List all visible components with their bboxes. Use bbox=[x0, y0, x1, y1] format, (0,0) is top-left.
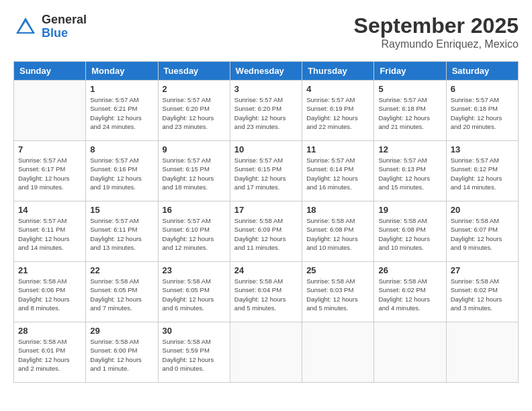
cell-info: Sunrise: 5:58 AM Sunset: 6:05 PM Dayligh… bbox=[90, 277, 153, 312]
calendar-cell: 26Sunrise: 5:58 AM Sunset: 6:02 PM Dayli… bbox=[374, 262, 446, 322]
day-header-thursday: Thursday bbox=[302, 62, 374, 81]
calendar-cell: 5Sunrise: 5:57 AM Sunset: 6:18 PM Daylig… bbox=[374, 81, 446, 141]
cell-info: Sunrise: 5:57 AM Sunset: 6:18 PM Dayligh… bbox=[378, 95, 441, 131]
calendar-cell: 23Sunrise: 5:58 AM Sunset: 6:05 PM Dayli… bbox=[158, 262, 230, 322]
calendar-cell: 6Sunrise: 5:57 AM Sunset: 6:18 PM Daylig… bbox=[446, 81, 518, 141]
calendar-cell: 14Sunrise: 5:57 AM Sunset: 6:11 PM Dayli… bbox=[14, 201, 86, 262]
calendar-cell: 3Sunrise: 5:57 AM Sunset: 6:20 PM Daylig… bbox=[230, 81, 302, 141]
calendar-cell: 7Sunrise: 5:57 AM Sunset: 6:17 PM Daylig… bbox=[14, 141, 86, 201]
day-header-tuesday: Tuesday bbox=[158, 62, 230, 81]
day-number: 11 bbox=[306, 144, 369, 154]
cell-info: Sunrise: 5:58 AM Sunset: 6:05 PM Dayligh… bbox=[163, 277, 226, 312]
calendar-cell: 24Sunrise: 5:58 AM Sunset: 6:04 PM Dayli… bbox=[230, 262, 302, 322]
cell-info: Sunrise: 5:57 AM Sunset: 6:14 PM Dayligh… bbox=[306, 156, 369, 191]
calendar-week-row: 7Sunrise: 5:57 AM Sunset: 6:17 PM Daylig… bbox=[14, 141, 519, 201]
calendar-cell: 30Sunrise: 5:58 AM Sunset: 5:59 PM Dayli… bbox=[158, 322, 230, 383]
day-number: 20 bbox=[451, 205, 514, 215]
cell-info: Sunrise: 5:57 AM Sunset: 6:20 PM Dayligh… bbox=[163, 95, 226, 131]
day-number: 16 bbox=[163, 205, 226, 215]
calendar-cell: 10Sunrise: 5:57 AM Sunset: 6:15 PM Dayli… bbox=[230, 141, 302, 201]
cell-info: Sunrise: 5:57 AM Sunset: 6:19 PM Dayligh… bbox=[306, 95, 369, 131]
calendar-cell: 28Sunrise: 5:58 AM Sunset: 6:01 PM Dayli… bbox=[14, 322, 86, 383]
day-number: 23 bbox=[163, 265, 226, 275]
day-number: 12 bbox=[378, 144, 441, 154]
calendar-cell: 9Sunrise: 5:57 AM Sunset: 6:15 PM Daylig… bbox=[158, 141, 230, 201]
calendar-cell bbox=[302, 322, 374, 383]
day-number: 13 bbox=[451, 144, 514, 154]
calendar-cell: 25Sunrise: 5:58 AM Sunset: 6:03 PM Dayli… bbox=[302, 262, 374, 322]
day-number: 30 bbox=[163, 326, 226, 336]
cell-info: Sunrise: 5:57 AM Sunset: 6:17 PM Dayligh… bbox=[18, 156, 81, 191]
cell-info: Sunrise: 5:58 AM Sunset: 6:07 PM Dayligh… bbox=[451, 216, 514, 252]
cell-info: Sunrise: 5:58 AM Sunset: 6:02 PM Dayligh… bbox=[451, 277, 514, 312]
calendar-cell: 19Sunrise: 5:58 AM Sunset: 6:08 PM Dayli… bbox=[374, 201, 446, 262]
day-number: 5 bbox=[378, 84, 441, 94]
calendar-cell: 13Sunrise: 5:57 AM Sunset: 6:12 PM Dayli… bbox=[446, 141, 518, 201]
calendar-cell: 4Sunrise: 5:57 AM Sunset: 6:19 PM Daylig… bbox=[302, 81, 374, 141]
logo-icon bbox=[13, 15, 38, 39]
day-number: 4 bbox=[306, 84, 369, 94]
cell-info: Sunrise: 5:57 AM Sunset: 6:15 PM Dayligh… bbox=[163, 156, 226, 191]
day-number: 2 bbox=[163, 84, 226, 94]
calendar-cell: 16Sunrise: 5:57 AM Sunset: 6:10 PM Dayli… bbox=[158, 201, 230, 262]
cell-info: Sunrise: 5:58 AM Sunset: 6:08 PM Dayligh… bbox=[306, 216, 369, 252]
logo: General Blue bbox=[13, 13, 87, 40]
cell-info: Sunrise: 5:57 AM Sunset: 6:10 PM Dayligh… bbox=[163, 216, 226, 252]
cell-info: Sunrise: 5:57 AM Sunset: 6:18 PM Dayligh… bbox=[451, 95, 514, 131]
cell-info: Sunrise: 5:57 AM Sunset: 6:11 PM Dayligh… bbox=[18, 216, 81, 252]
day-number: 21 bbox=[18, 265, 81, 275]
day-number: 19 bbox=[378, 205, 441, 215]
cell-info: Sunrise: 5:57 AM Sunset: 6:12 PM Dayligh… bbox=[451, 156, 514, 191]
calendar-week-row: 21Sunrise: 5:58 AM Sunset: 6:06 PM Dayli… bbox=[14, 262, 519, 322]
day-header-saturday: Saturday bbox=[446, 62, 518, 81]
day-number: 24 bbox=[234, 265, 298, 275]
cell-info: Sunrise: 5:57 AM Sunset: 6:16 PM Dayligh… bbox=[90, 156, 153, 191]
calendar-cell: 17Sunrise: 5:58 AM Sunset: 6:09 PM Dayli… bbox=[230, 201, 302, 262]
calendar-cell: 2Sunrise: 5:57 AM Sunset: 6:20 PM Daylig… bbox=[158, 81, 230, 141]
cell-info: Sunrise: 5:58 AM Sunset: 6:01 PM Dayligh… bbox=[18, 337, 81, 373]
calendar-week-row: 1Sunrise: 5:57 AM Sunset: 6:21 PM Daylig… bbox=[14, 81, 519, 141]
day-number: 17 bbox=[234, 205, 298, 215]
cell-info: Sunrise: 5:57 AM Sunset: 6:13 PM Dayligh… bbox=[378, 156, 441, 191]
calendar-cell: 20Sunrise: 5:58 AM Sunset: 6:07 PM Dayli… bbox=[446, 201, 518, 262]
calendar-cell: 29Sunrise: 5:58 AM Sunset: 6:00 PM Dayli… bbox=[86, 322, 158, 383]
cell-info: Sunrise: 5:58 AM Sunset: 6:04 PM Dayligh… bbox=[234, 277, 298, 312]
calendar-cell: 11Sunrise: 5:57 AM Sunset: 6:14 PM Dayli… bbox=[302, 141, 374, 201]
day-number: 10 bbox=[234, 144, 298, 154]
cell-info: Sunrise: 5:57 AM Sunset: 6:21 PM Dayligh… bbox=[90, 95, 153, 131]
calendar-cell bbox=[230, 322, 302, 383]
day-number: 9 bbox=[163, 144, 226, 154]
day-number: 15 bbox=[90, 205, 153, 215]
day-number: 7 bbox=[18, 144, 81, 154]
day-number: 14 bbox=[18, 205, 81, 215]
calendar-cell: 8Sunrise: 5:57 AM Sunset: 6:16 PM Daylig… bbox=[86, 141, 158, 201]
calendar-cell: 15Sunrise: 5:57 AM Sunset: 6:11 PM Dayli… bbox=[86, 201, 158, 262]
day-number: 3 bbox=[234, 84, 298, 94]
calendar-week-row: 14Sunrise: 5:57 AM Sunset: 6:11 PM Dayli… bbox=[14, 201, 519, 262]
cell-info: Sunrise: 5:58 AM Sunset: 6:02 PM Dayligh… bbox=[378, 277, 441, 312]
cell-info: Sunrise: 5:58 AM Sunset: 6:03 PM Dayligh… bbox=[306, 277, 369, 312]
day-header-wednesday: Wednesday bbox=[230, 62, 302, 81]
calendar-cell: 21Sunrise: 5:58 AM Sunset: 6:06 PM Dayli… bbox=[14, 262, 86, 322]
cell-info: Sunrise: 5:58 AM Sunset: 6:00 PM Dayligh… bbox=[90, 337, 153, 373]
day-number: 8 bbox=[90, 144, 153, 154]
day-header-sunday: Sunday bbox=[14, 62, 86, 81]
cell-info: Sunrise: 5:58 AM Sunset: 6:08 PM Dayligh… bbox=[378, 216, 441, 252]
calendar-week-row: 28Sunrise: 5:58 AM Sunset: 6:01 PM Dayli… bbox=[14, 322, 519, 383]
calendar-title: September 2025 bbox=[354, 13, 519, 38]
calendar-cell: 12Sunrise: 5:57 AM Sunset: 6:13 PM Dayli… bbox=[374, 141, 446, 201]
calendar-cell: 22Sunrise: 5:58 AM Sunset: 6:05 PM Dayli… bbox=[86, 262, 158, 322]
calendar-table: SundayMondayTuesdayWednesdayThursdayFrid… bbox=[13, 61, 519, 383]
day-number: 29 bbox=[90, 326, 153, 336]
logo-line1: General bbox=[42, 13, 87, 27]
day-number: 1 bbox=[90, 84, 153, 94]
calendar-cell: 1Sunrise: 5:57 AM Sunset: 6:21 PM Daylig… bbox=[86, 81, 158, 141]
day-header-monday: Monday bbox=[86, 62, 158, 81]
day-number: 18 bbox=[306, 205, 369, 215]
logo-line2: Blue bbox=[42, 27, 87, 40]
day-number: 27 bbox=[451, 265, 514, 275]
cell-info: Sunrise: 5:58 AM Sunset: 6:09 PM Dayligh… bbox=[234, 216, 298, 252]
day-number: 25 bbox=[306, 265, 369, 275]
header: General Blue September 2025 Raymundo Enr… bbox=[13, 13, 519, 50]
logo-text: General Blue bbox=[42, 13, 87, 40]
